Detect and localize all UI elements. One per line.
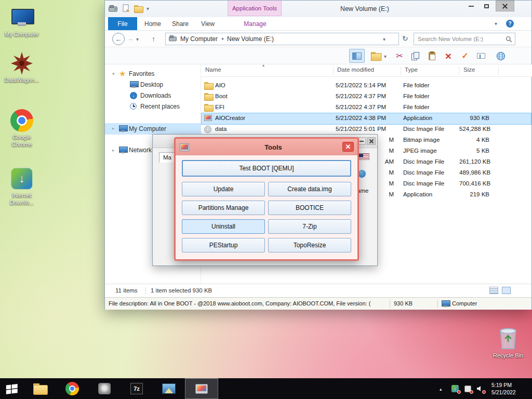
paste-icon[interactable] (425, 49, 438, 63)
info-icon[interactable] (358, 170, 366, 178)
test-boot-qemu-button[interactable]: Test BOOT [QEMU] (182, 160, 351, 177)
chrome-icon (65, 382, 79, 395)
pestartup-button[interactable]: PEStartup (182, 238, 265, 252)
tab-main[interactable]: Ma (159, 152, 175, 163)
clock-time: 5:19 PM (491, 381, 516, 389)
delete-icon[interactable] (442, 49, 455, 63)
sidebar-item-recent-places[interactable]: Recent places (105, 101, 201, 112)
file-row-efi[interactable]: EFI 5/21/2022 4:37 PM File folder (202, 102, 531, 113)
desktop-icon-my-computer[interactable]: My Computer (1, 4, 43, 38)
taskbar-aiocreator-active[interactable] (185, 378, 218, 399)
rename-icon[interactable] (474, 49, 488, 63)
qat-new-item-icon[interactable] (123, 4, 130, 14)
clock-date: 5/21/2022 (491, 389, 516, 396)
new-folder-button[interactable] (369, 49, 382, 63)
file-size: 930 KB (394, 300, 413, 307)
sort-ascending-icon: ▴ (262, 63, 264, 68)
close-button[interactable] (496, 1, 514, 11)
taskbar-photo-viewer[interactable] (153, 378, 185, 399)
globe-icon[interactable] (494, 49, 508, 63)
new-folder-dropdown-icon[interactable] (384, 54, 387, 59)
sidebar-item-favorites[interactable]: ▾ Favorites (105, 69, 201, 79)
minimize-button[interactable] (463, 1, 478, 11)
tab-file[interactable]: File (108, 17, 137, 30)
taskbar-7zip[interactable]: 7z (121, 378, 153, 399)
address-dropdown-icon[interactable] (383, 36, 385, 42)
computer-label: Computer (452, 300, 477, 307)
cut-icon[interactable] (393, 49, 406, 63)
column-type[interactable]: Type (405, 66, 418, 73)
taskbar-app[interactable] (88, 378, 121, 399)
tray-app-icon[interactable] (463, 384, 472, 393)
breadcrumb-new-volume[interactable]: New Volume (E:) (227, 35, 274, 43)
file-row-aio[interactable]: AIO 5/21/2022 5:14 PM File folder (202, 81, 531, 91)
desktop-icon-datawagon[interactable]: DataWagon... (1, 50, 43, 84)
downloads-icon (130, 92, 137, 99)
start-button[interactable] (0, 378, 24, 399)
file-row-aiocreator-selected[interactable]: AIOCreator 5/21/2022 4:38 PM Application… (202, 113, 531, 124)
qat-folder-icon[interactable] (134, 5, 142, 12)
sidebar-item-my-computer[interactable]: ▸ My Computer (105, 123, 201, 135)
desktop-icon-internet-download-manager[interactable]: Internet Downlo... (1, 165, 43, 207)
title-bar[interactable]: Application Tools New Volume (E:) (105, 1, 531, 17)
taskbar-file-explorer[interactable] (24, 378, 56, 399)
bootice-button[interactable]: BOOTICE (268, 201, 351, 215)
close-button[interactable]: ✕ (342, 142, 354, 152)
taskbar: 7z ▴ ↓ 5:19 PM 5/21/2022 (0, 378, 532, 399)
back-button[interactable]: ← (112, 33, 125, 45)
tray-download-icon[interactable]: ↓ (451, 384, 459, 393)
tools-dialog-title-bar[interactable]: Tools (176, 139, 357, 155)
file-row-boot[interactable]: Boot 5/21/2022 4:37 PM File folder (202, 91, 531, 102)
thumbnail-view-icon[interactable] (502, 287, 511, 294)
confirm-icon[interactable] (458, 49, 472, 63)
create-data-img-button[interactable]: Create data.img (268, 182, 351, 196)
search-input[interactable] (414, 33, 515, 45)
computer-icon (119, 125, 127, 132)
breadcrumb-my-computer[interactable]: My Computer (180, 35, 218, 43)
history-dropdown-icon[interactable] (136, 36, 139, 42)
tab-home[interactable]: Home (140, 17, 165, 30)
breadcrumb-separator-icon (219, 36, 227, 41)
sidebar-item-desktop[interactable]: Desktop (105, 79, 201, 90)
help-icon[interactable]: ? (506, 20, 514, 28)
tray-expand-icon[interactable]: ▴ (440, 387, 442, 392)
expander-icon[interactable]: ▾ (112, 71, 115, 76)
taskbar-clock[interactable]: 5:19 PM 5/21/2022 (491, 381, 516, 396)
preview-pane-button[interactable] (349, 49, 365, 63)
maximize-button[interactable] (479, 1, 494, 11)
tab-share[interactable]: Share (167, 17, 193, 30)
tab-view[interactable]: View (195, 17, 220, 30)
ribbon-expand-icon[interactable] (495, 21, 497, 26)
partitions-manage-button[interactable]: Partitions Manage (182, 201, 265, 215)
desktop-icon-label: Recycle Bin (487, 352, 529, 360)
copy-icon[interactable] (408, 49, 422, 63)
qat-dropdown-icon[interactable] (147, 6, 149, 11)
expander-icon[interactable]: ▸ (112, 148, 115, 153)
up-button[interactable]: ↑ (152, 35, 155, 43)
tab-manage[interactable]: Manage (235, 17, 275, 30)
column-name[interactable]: Name (205, 66, 221, 73)
sidebar-item-downloads[interactable]: Downloads (105, 90, 201, 101)
expander-icon[interactable]: ▸ (112, 126, 115, 131)
close-button[interactable] (367, 137, 376, 145)
details-view-icon[interactable] (489, 287, 498, 294)
desktop-icon-google-chrome[interactable]: Google Chrome (1, 107, 43, 149)
favorites-star-icon (119, 70, 126, 77)
toporesize-button[interactable]: TopoResize (268, 238, 351, 252)
language-flag-icon[interactable] (358, 153, 369, 160)
forward-button[interactable]: → (127, 35, 134, 43)
taskbar-chrome[interactable] (56, 378, 88, 399)
ribbon-tabs: File Home Share View Manage ? (105, 17, 531, 31)
column-size[interactable]: Size (463, 66, 475, 73)
tray-volume-icon[interactable] (476, 384, 484, 393)
seven-zip-button[interactable]: 7-Zip (268, 219, 351, 234)
search-box[interactable] (414, 33, 515, 45)
search-icon[interactable] (506, 36, 512, 44)
column-date-modified[interactable]: Date modified (337, 66, 374, 73)
address-bar[interactable]: My Computer New Volume (E:) (165, 33, 399, 45)
refresh-icon[interactable] (402, 34, 408, 43)
desktop-icon-recycle-bin[interactable]: Recycle Bin (487, 321, 529, 360)
update-button[interactable]: Update (182, 182, 265, 196)
uninstall-button[interactable]: Uninstall (182, 219, 265, 234)
file-row-data[interactable]: data 5/21/2022 5:01 PM Disc Image File 5… (202, 124, 531, 135)
